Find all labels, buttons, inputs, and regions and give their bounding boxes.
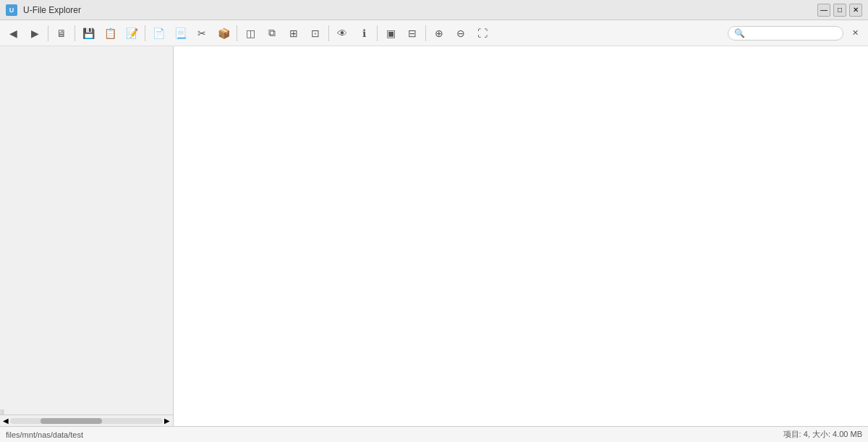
- fullscreen-button[interactable]: ⛶: [472, 23, 493, 43]
- scroll-right-arrow[interactable]: ▶: [164, 417, 170, 425]
- scrollbar-thumb[interactable]: [41, 418, 101, 424]
- forward-button[interactable]: ▶: [25, 23, 45, 43]
- search-box[interactable]: 🔍: [728, 26, 843, 41]
- save2-button[interactable]: 📋: [100, 23, 120, 43]
- resize-dots: ···: [0, 409, 6, 415]
- btn-g[interactable]: ⊞: [284, 23, 304, 43]
- main-content: ··· ◀ ▶: [0, 46, 868, 426]
- sidebar: ··· ◀ ▶: [0, 46, 174, 426]
- search-input[interactable]: [748, 29, 835, 38]
- close-button[interactable]: ✕: [849, 4, 862, 17]
- separator-5: [328, 25, 329, 41]
- status-info: 项目: 4, 大小: 4.00 MB: [783, 429, 862, 440]
- view-button[interactable]: 👁: [332, 23, 352, 43]
- separator-6: [377, 25, 378, 41]
- btn-a[interactable]: 📄: [148, 23, 169, 43]
- btn-l[interactable]: ⊖: [451, 23, 471, 43]
- info-button[interactable]: ℹ: [354, 23, 374, 43]
- btn-i[interactable]: ▣: [380, 23, 401, 43]
- horizontal-scrollbar[interactable]: ◀ ▶: [0, 415, 173, 426]
- btn-j[interactable]: ⊟: [402, 23, 422, 43]
- separator-4: [237, 25, 237, 41]
- separator-2: [75, 25, 75, 41]
- btn-d[interactable]: 📦: [213, 23, 234, 43]
- app-icon: U: [6, 4, 17, 16]
- save3-button[interactable]: 📝: [122, 23, 142, 43]
- title-bar: U U-File Explorer — □ ✕: [0, 0, 868, 20]
- btn-h[interactable]: ⊡: [305, 23, 326, 43]
- sidebar-resize-handle[interactable]: ···: [0, 409, 4, 415]
- maximize-button[interactable]: □: [833, 4, 846, 17]
- home-button[interactable]: 🖥: [51, 23, 72, 43]
- separator-1: [48, 25, 48, 41]
- save-button[interactable]: 💾: [78, 23, 98, 43]
- separator-7: [425, 25, 426, 41]
- btn-k[interactable]: ⊕: [429, 23, 449, 43]
- file-area[interactable]: [174, 46, 868, 426]
- back-button[interactable]: ◀: [3, 23, 23, 43]
- status-path: files/mnt/nas/data/test: [6, 430, 783, 439]
- search-icon: 🔍: [734, 28, 745, 38]
- btn-e[interactable]: ◫: [240, 23, 260, 43]
- app-title: U-File Explorer: [23, 5, 812, 15]
- scrollbar-track[interactable]: [10, 418, 163, 424]
- minimize-button[interactable]: —: [817, 4, 830, 17]
- scroll-left-arrow[interactable]: ◀: [3, 417, 9, 425]
- btn-b[interactable]: 📃: [170, 23, 190, 43]
- btn-f[interactable]: ⧉: [262, 23, 282, 43]
- toolbar: ◀ ▶ 🖥 💾 📋 📝 📄 📃 ✂ 📦 ◫ ⧉ ⊞ ⊡ 👁 ℹ ▣ ⊟ ⊕ ⊖ …: [0, 20, 868, 46]
- close-search-button[interactable]: ✕: [845, 23, 865, 43]
- separator-3: [145, 25, 145, 41]
- status-bar: files/mnt/nas/data/test 项目: 4, 大小: 4.00 …: [0, 426, 868, 442]
- btn-c[interactable]: ✂: [192, 23, 212, 43]
- sidebar-tree: [0, 46, 173, 409]
